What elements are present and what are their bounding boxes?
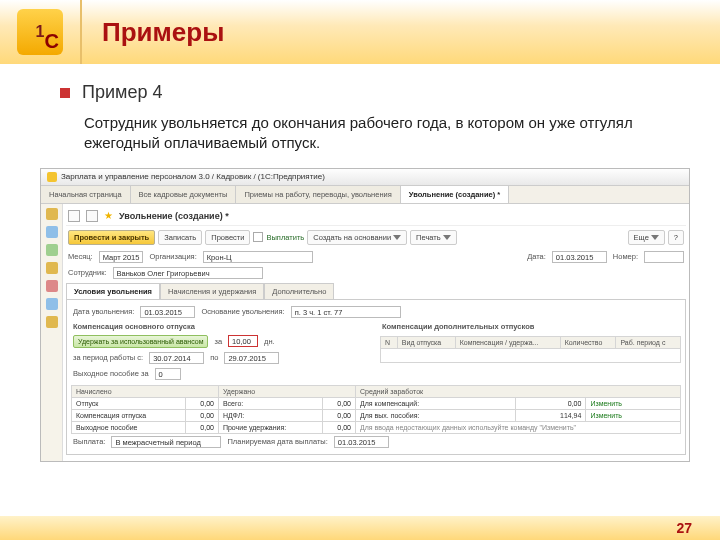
create-from-button[interactable]: Создать на основании [307, 230, 407, 245]
change-link[interactable]: Изменить [590, 400, 622, 407]
severance-field[interactable]: 0 [155, 368, 181, 380]
pay-checkbox[interactable] [253, 232, 263, 242]
example-description: Сотрудник увольняется до окончания рабоч… [84, 113, 660, 154]
days-field[interactable]: 10,00 [228, 335, 258, 347]
fire-date-field[interactable]: 01.03.2015 [140, 306, 195, 318]
plan-date-field[interactable]: 01.03.2015 [334, 436, 389, 448]
table-row: Выходное пособие0,00 Прочие удержания:0,… [72, 421, 681, 433]
help-button[interactable]: ? [668, 230, 684, 245]
logo-1c: 1С [0, 0, 80, 64]
date-field[interactable]: 01.03.2015 [552, 251, 607, 263]
sidebar-icon[interactable] [46, 244, 58, 256]
doc-title: Увольнение (создание) * [119, 211, 229, 221]
table-row: Отпуск0,00 Всего:0,00 Для компенсаций:0,… [72, 397, 681, 409]
ground-field[interactable]: п. 3 ч. 1 ст. 77 [291, 306, 401, 318]
more-button[interactable]: Еще [628, 230, 665, 245]
change-link[interactable]: Изменить [590, 412, 622, 419]
totals-table: Начислено Удержано Средний заработок Отп… [71, 385, 681, 434]
post-and-close-button[interactable]: Провести и закрыть [68, 230, 155, 245]
subtab-conditions[interactable]: Условия увольнения [66, 283, 160, 299]
sidebar-icon[interactable] [46, 208, 58, 220]
section-sidebar [41, 204, 63, 461]
extra-leave-table: N Вид отпуска Компенсация / удержа... Ко… [380, 336, 681, 363]
number-field[interactable] [644, 251, 684, 263]
sidebar-icon[interactable] [46, 262, 58, 274]
org-field[interactable]: Крон-Ц [203, 251, 313, 263]
slide-title: Примеры [102, 17, 224, 48]
window-titlebar: Зарплата и управление персоналом 3.0 / К… [41, 169, 689, 186]
app-icon [47, 172, 57, 182]
main-tabs: Начальная страница Все кадровые документ… [41, 186, 689, 204]
back-icon[interactable] [86, 210, 98, 222]
tab-dismissal[interactable]: Увольнение (создание) * [401, 186, 509, 203]
bullet-icon [60, 88, 70, 98]
withhold-button[interactable]: Удержать за использованный авансом [73, 335, 208, 348]
app-window: Зарплата и управление персоналом 3.0 / К… [40, 168, 690, 462]
sidebar-icon[interactable] [46, 316, 58, 328]
tab-all-docs[interactable]: Все кадровые документы [131, 186, 237, 203]
star-icon[interactable]: ★ [104, 210, 113, 221]
print-button[interactable]: Печать [410, 230, 457, 245]
slide-header: 1С Примеры [0, 0, 720, 64]
example-heading: Пример 4 [60, 82, 660, 103]
page-number: 27 [676, 520, 692, 536]
period-from[interactable]: 30.07.2014 [149, 352, 204, 364]
pay-mode-field[interactable]: В межрасчетный период [111, 436, 221, 448]
subtab-additional[interactable]: Дополнительно [264, 283, 334, 299]
tab-start[interactable]: Начальная страница [41, 186, 131, 203]
period-to[interactable]: 29.07.2015 [224, 352, 279, 364]
month-field[interactable]: Март 2015 [99, 251, 144, 263]
pay-link[interactable]: Выплатить [266, 233, 304, 242]
home-icon[interactable] [68, 210, 80, 222]
table-row: Компенсация отпуска0,00 НДФЛ:0,00 Для вы… [72, 409, 681, 421]
sidebar-icon[interactable] [46, 226, 58, 238]
post-button[interactable]: Провести [205, 230, 250, 245]
employee-field[interactable]: Ваньков Олег Григорьевич [113, 267, 263, 279]
slide-footer: 27 [0, 516, 720, 540]
sidebar-icon[interactable] [46, 280, 58, 292]
tab-hires[interactable]: Приемы на работу, переводы, увольнения [236, 186, 400, 203]
sidebar-icon[interactable] [46, 298, 58, 310]
write-button[interactable]: Записать [158, 230, 202, 245]
subtab-accruals[interactable]: Начисления и удержания [160, 283, 264, 299]
